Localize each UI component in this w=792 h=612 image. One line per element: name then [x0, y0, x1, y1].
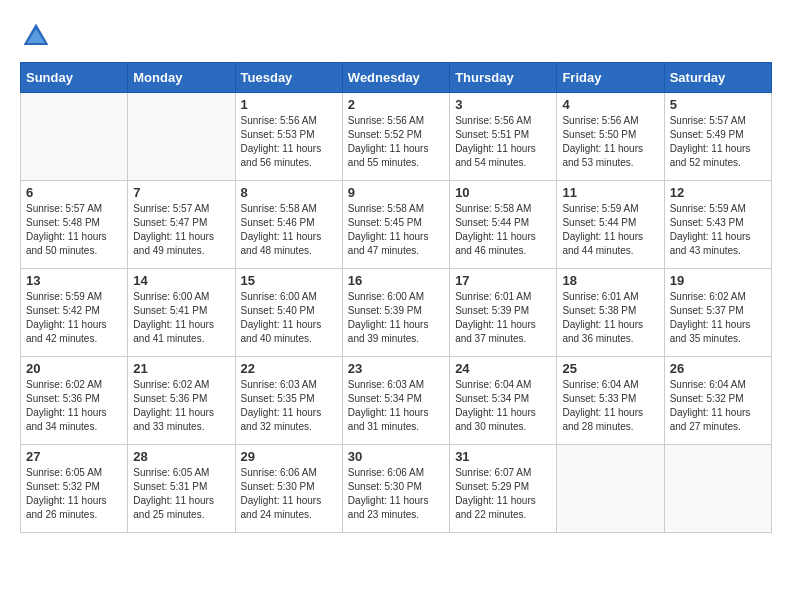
day-info: Sunrise: 6:04 AMSunset: 5:33 PMDaylight:… [562, 378, 658, 434]
day-number: 17 [455, 273, 551, 288]
day-info: Sunrise: 6:03 AMSunset: 5:34 PMDaylight:… [348, 378, 444, 434]
day-info: Sunrise: 5:57 AMSunset: 5:49 PMDaylight:… [670, 114, 766, 170]
header-saturday: Saturday [664, 63, 771, 93]
day-info: Sunrise: 5:58 AMSunset: 5:45 PMDaylight:… [348, 202, 444, 258]
calendar-cell: 23Sunrise: 6:03 AMSunset: 5:34 PMDayligh… [342, 357, 449, 445]
day-number: 10 [455, 185, 551, 200]
day-number: 25 [562, 361, 658, 376]
calendar-cell: 26Sunrise: 6:04 AMSunset: 5:32 PMDayligh… [664, 357, 771, 445]
day-info: Sunrise: 6:05 AMSunset: 5:31 PMDaylight:… [133, 466, 229, 522]
day-number: 16 [348, 273, 444, 288]
day-info: Sunrise: 5:56 AMSunset: 5:50 PMDaylight:… [562, 114, 658, 170]
day-info: Sunrise: 6:07 AMSunset: 5:29 PMDaylight:… [455, 466, 551, 522]
day-info: Sunrise: 5:56 AMSunset: 5:51 PMDaylight:… [455, 114, 551, 170]
calendar-cell: 25Sunrise: 6:04 AMSunset: 5:33 PMDayligh… [557, 357, 664, 445]
day-info: Sunrise: 6:04 AMSunset: 5:32 PMDaylight:… [670, 378, 766, 434]
day-info: Sunrise: 6:02 AMSunset: 5:36 PMDaylight:… [133, 378, 229, 434]
day-info: Sunrise: 6:03 AMSunset: 5:35 PMDaylight:… [241, 378, 337, 434]
calendar-cell [21, 93, 128, 181]
day-number: 15 [241, 273, 337, 288]
calendar-cell: 16Sunrise: 6:00 AMSunset: 5:39 PMDayligh… [342, 269, 449, 357]
calendar-cell: 22Sunrise: 6:03 AMSunset: 5:35 PMDayligh… [235, 357, 342, 445]
day-number: 2 [348, 97, 444, 112]
day-info: Sunrise: 6:06 AMSunset: 5:30 PMDaylight:… [348, 466, 444, 522]
calendar-cell: 11Sunrise: 5:59 AMSunset: 5:44 PMDayligh… [557, 181, 664, 269]
calendar-cell [557, 445, 664, 533]
day-number: 28 [133, 449, 229, 464]
day-info: Sunrise: 6:02 AMSunset: 5:36 PMDaylight:… [26, 378, 122, 434]
page-header [20, 20, 772, 52]
header-tuesday: Tuesday [235, 63, 342, 93]
calendar-cell: 30Sunrise: 6:06 AMSunset: 5:30 PMDayligh… [342, 445, 449, 533]
day-number: 29 [241, 449, 337, 464]
calendar-cell: 19Sunrise: 6:02 AMSunset: 5:37 PMDayligh… [664, 269, 771, 357]
day-number: 12 [670, 185, 766, 200]
calendar-cell: 27Sunrise: 6:05 AMSunset: 5:32 PMDayligh… [21, 445, 128, 533]
calendar-cell: 12Sunrise: 5:59 AMSunset: 5:43 PMDayligh… [664, 181, 771, 269]
calendar-header-row: SundayMondayTuesdayWednesdayThursdayFrid… [21, 63, 772, 93]
calendar-cell: 10Sunrise: 5:58 AMSunset: 5:44 PMDayligh… [450, 181, 557, 269]
day-info: Sunrise: 6:04 AMSunset: 5:34 PMDaylight:… [455, 378, 551, 434]
day-number: 8 [241, 185, 337, 200]
day-number: 13 [26, 273, 122, 288]
day-number: 20 [26, 361, 122, 376]
day-info: Sunrise: 5:59 AMSunset: 5:42 PMDaylight:… [26, 290, 122, 346]
day-info: Sunrise: 5:56 AMSunset: 5:52 PMDaylight:… [348, 114, 444, 170]
day-number: 27 [26, 449, 122, 464]
day-number: 5 [670, 97, 766, 112]
day-number: 6 [26, 185, 122, 200]
logo [20, 20, 56, 52]
day-number: 19 [670, 273, 766, 288]
day-info: Sunrise: 6:02 AMSunset: 5:37 PMDaylight:… [670, 290, 766, 346]
day-number: 24 [455, 361, 551, 376]
day-number: 26 [670, 361, 766, 376]
header-wednesday: Wednesday [342, 63, 449, 93]
calendar-cell: 8Sunrise: 5:58 AMSunset: 5:46 PMDaylight… [235, 181, 342, 269]
calendar-week-1: 1Sunrise: 5:56 AMSunset: 5:53 PMDaylight… [21, 93, 772, 181]
calendar-week-2: 6Sunrise: 5:57 AMSunset: 5:48 PMDaylight… [21, 181, 772, 269]
day-info: Sunrise: 6:00 AMSunset: 5:39 PMDaylight:… [348, 290, 444, 346]
day-number: 3 [455, 97, 551, 112]
day-number: 14 [133, 273, 229, 288]
day-info: Sunrise: 5:58 AMSunset: 5:46 PMDaylight:… [241, 202, 337, 258]
calendar-cell [664, 445, 771, 533]
day-info: Sunrise: 6:01 AMSunset: 5:38 PMDaylight:… [562, 290, 658, 346]
day-number: 30 [348, 449, 444, 464]
header-thursday: Thursday [450, 63, 557, 93]
calendar-cell: 9Sunrise: 5:58 AMSunset: 5:45 PMDaylight… [342, 181, 449, 269]
day-info: Sunrise: 5:59 AMSunset: 5:44 PMDaylight:… [562, 202, 658, 258]
calendar-week-3: 13Sunrise: 5:59 AMSunset: 5:42 PMDayligh… [21, 269, 772, 357]
day-number: 22 [241, 361, 337, 376]
calendar-cell: 29Sunrise: 6:06 AMSunset: 5:30 PMDayligh… [235, 445, 342, 533]
calendar-cell [128, 93, 235, 181]
calendar-cell: 4Sunrise: 5:56 AMSunset: 5:50 PMDaylight… [557, 93, 664, 181]
calendar-cell: 21Sunrise: 6:02 AMSunset: 5:36 PMDayligh… [128, 357, 235, 445]
day-info: Sunrise: 6:06 AMSunset: 5:30 PMDaylight:… [241, 466, 337, 522]
day-number: 1 [241, 97, 337, 112]
logo-icon [20, 20, 52, 52]
day-number: 7 [133, 185, 229, 200]
calendar-cell: 17Sunrise: 6:01 AMSunset: 5:39 PMDayligh… [450, 269, 557, 357]
day-info: Sunrise: 5:58 AMSunset: 5:44 PMDaylight:… [455, 202, 551, 258]
calendar-cell: 31Sunrise: 6:07 AMSunset: 5:29 PMDayligh… [450, 445, 557, 533]
calendar-cell: 13Sunrise: 5:59 AMSunset: 5:42 PMDayligh… [21, 269, 128, 357]
day-info: Sunrise: 5:56 AMSunset: 5:53 PMDaylight:… [241, 114, 337, 170]
header-sunday: Sunday [21, 63, 128, 93]
day-number: 18 [562, 273, 658, 288]
calendar-cell: 15Sunrise: 6:00 AMSunset: 5:40 PMDayligh… [235, 269, 342, 357]
calendar-cell: 28Sunrise: 6:05 AMSunset: 5:31 PMDayligh… [128, 445, 235, 533]
day-info: Sunrise: 6:01 AMSunset: 5:39 PMDaylight:… [455, 290, 551, 346]
calendar-cell: 18Sunrise: 6:01 AMSunset: 5:38 PMDayligh… [557, 269, 664, 357]
header-friday: Friday [557, 63, 664, 93]
calendar-cell: 5Sunrise: 5:57 AMSunset: 5:49 PMDaylight… [664, 93, 771, 181]
calendar-cell: 2Sunrise: 5:56 AMSunset: 5:52 PMDaylight… [342, 93, 449, 181]
day-number: 4 [562, 97, 658, 112]
calendar-cell: 7Sunrise: 5:57 AMSunset: 5:47 PMDaylight… [128, 181, 235, 269]
calendar-cell: 24Sunrise: 6:04 AMSunset: 5:34 PMDayligh… [450, 357, 557, 445]
calendar-week-4: 20Sunrise: 6:02 AMSunset: 5:36 PMDayligh… [21, 357, 772, 445]
day-info: Sunrise: 6:05 AMSunset: 5:32 PMDaylight:… [26, 466, 122, 522]
calendar-cell: 3Sunrise: 5:56 AMSunset: 5:51 PMDaylight… [450, 93, 557, 181]
calendar-cell: 1Sunrise: 5:56 AMSunset: 5:53 PMDaylight… [235, 93, 342, 181]
day-info: Sunrise: 6:00 AMSunset: 5:41 PMDaylight:… [133, 290, 229, 346]
day-number: 31 [455, 449, 551, 464]
